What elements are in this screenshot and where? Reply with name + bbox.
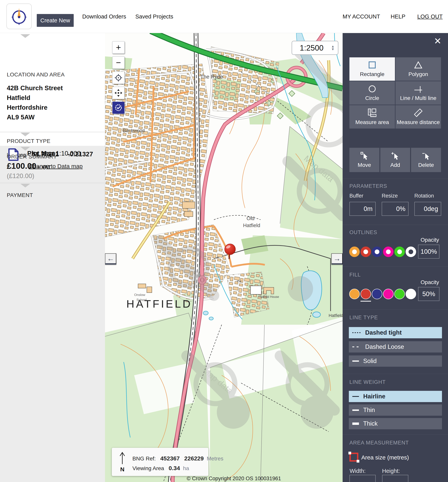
tool-label: Line / Multi line [400, 95, 437, 101]
tool-grid: Rectangle Polygon Circle Line / Multi li… [349, 57, 441, 129]
fill-swatch-green[interactable] [394, 289, 405, 299]
outline-swatch-magenta[interactable] [383, 247, 393, 257]
bng-ref-row: BNG Ref: 452367 226229 Metres [132, 455, 224, 462]
outline-opacity-input[interactable]: 100% [418, 245, 440, 259]
tool-measure-area[interactable]: Measure area [349, 105, 395, 129]
tool-circle[interactable]: Circle [349, 81, 395, 104]
height-input[interactable] [382, 475, 408, 482]
outline-swatch-white[interactable] [406, 247, 416, 257]
close-icon[interactable]: ✕ [434, 37, 441, 46]
line-type-solid[interactable]: Solid [349, 355, 442, 367]
outline-swatch-blue[interactable] [372, 247, 382, 257]
product-section-title: PRODUCT TYPE [7, 138, 50, 144]
outline-swatch-red[interactable] [360, 247, 371, 257]
rectangle-icon [368, 61, 376, 69]
buffer-input[interactable]: 0m [349, 202, 376, 216]
add-cursor-icon [391, 152, 399, 161]
fill-opacity-input[interactable]: 50% [418, 287, 440, 301]
product-scale: 1:10,000 [56, 150, 81, 157]
option-label: Hairline [363, 393, 385, 400]
fill-swatch-red[interactable] [360, 289, 371, 299]
line-type-dashed-loose[interactable]: Dashed Loose [349, 341, 442, 353]
height-label: Height: [382, 468, 400, 474]
delete-button[interactable]: Delete [411, 148, 441, 172]
viewing-area-unit: ha [183, 465, 189, 471]
line-type-title: LINE TYPE [349, 315, 378, 321]
fill-swatch-white[interactable] [406, 289, 416, 299]
line-weight-thick[interactable]: Thick [349, 418, 442, 429]
resize-input[interactable]: 0% [382, 202, 408, 216]
outline-swatches [349, 247, 416, 257]
divider [343, 178, 448, 179]
line-weight-hairline[interactable]: Hairline [349, 391, 442, 402]
scale-spinner-icons[interactable]: ▲▼ [331, 45, 335, 51]
nav-log-out[interactable]: LOG OUT [417, 0, 443, 33]
price-inc-vat: (£120.00) [7, 172, 34, 180]
area-measurement-title: AREA MEASUREMENT [349, 440, 409, 446]
tool-polygon[interactable]: Polygon [395, 57, 441, 81]
fill-swatch-magenta[interactable] [383, 289, 393, 299]
map-canvas[interactable]: Map data Map data The Ryde Birchwood Old… [105, 33, 343, 482]
section-caret-icon[interactable] [20, 133, 30, 136]
action-label: Delete [418, 162, 434, 168]
tool-label: Measure area [355, 119, 389, 125]
viewing-area-row: Viewing Area 0.34 ha [132, 465, 189, 472]
move-button[interactable]: Move [349, 148, 379, 172]
outlines-title: OUTLINES [349, 229, 377, 235]
label-onslow: Onslow [134, 293, 145, 297]
outline-swatch-green[interactable] [394, 247, 405, 257]
pan-mode-button[interactable] [112, 87, 125, 99]
dashed-tight-icon [352, 332, 361, 333]
section-caret-icon[interactable] [20, 34, 30, 38]
resize-label: Resize [382, 193, 398, 199]
line-weight-title: LINE WEIGHT [349, 379, 386, 385]
dashed-loose-icon [352, 346, 361, 347]
width-input[interactable] [349, 475, 376, 482]
divider [0, 183, 105, 183]
line-type-dashed-tight[interactable]: Dashed tight [349, 327, 442, 338]
selected-indicator [360, 301, 371, 302]
label-old: Old [247, 216, 254, 221]
address-line: Hertfordshire [7, 103, 48, 112]
create-new-button[interactable]: Create New [37, 14, 74, 27]
polygon-icon [414, 61, 423, 69]
section-caret-icon[interactable] [20, 147, 30, 151]
fill-swatch-blue[interactable] [372, 289, 382, 299]
circle-icon [368, 85, 376, 93]
tool-rectangle[interactable]: Rectangle [349, 57, 395, 81]
option-label: Thin [363, 407, 375, 414]
north-letter: N [117, 466, 128, 473]
hairline-icon [352, 396, 359, 397]
nav-help[interactable]: HELP [391, 0, 405, 33]
tool-measure-distance[interactable]: Measure distance [395, 105, 441, 129]
address-line: 42B Church Street [7, 83, 63, 93]
scale-select[interactable]: 1:2500 ▲▼ [292, 41, 338, 55]
app-header: Create New Download Orders Saved Project… [0, 0, 448, 33]
label-old-hatfield: Hatfield [243, 222, 260, 228]
outline-swatch-orange[interactable] [349, 247, 360, 257]
app-logo[interactable] [6, 3, 32, 29]
pan-west-button[interactable]: ← [105, 253, 116, 265]
viewing-area-value: 0.34 [168, 465, 180, 471]
locate-button[interactable] [112, 72, 125, 84]
zoom-out-button[interactable]: − [112, 56, 125, 69]
nav-saved-projects[interactable]: Saved Projects [135, 0, 173, 33]
tool-line-multiline[interactable]: Line / Multi line [395, 81, 441, 104]
tool-label: Measure distance [397, 119, 440, 125]
move-cursor-icon [360, 152, 368, 161]
label-birchwood: Birchwood [123, 128, 145, 133]
bng-easting: 452367 [160, 455, 180, 462]
os-basemap: Map data Map data The Ryde Birchwood Old… [105, 33, 343, 482]
section-caret-icon[interactable] [20, 184, 30, 187]
fill-swatch-orange[interactable] [349, 289, 360, 299]
rotation-input[interactable]: 0deg [414, 202, 441, 216]
zoom-in-button[interactable]: + [112, 41, 125, 54]
north-arrow-icon [118, 451, 126, 465]
nav-download-orders[interactable]: Download Orders [82, 0, 126, 33]
line-weight-thin[interactable]: Thin [349, 404, 442, 416]
add-button[interactable]: Add [380, 148, 410, 172]
divider [343, 309, 448, 310]
pan-east-button[interactable]: → [331, 253, 343, 265]
nav-my-account[interactable]: MY ACCOUNT [343, 0, 380, 33]
confirm-selection-button[interactable] [112, 102, 125, 114]
